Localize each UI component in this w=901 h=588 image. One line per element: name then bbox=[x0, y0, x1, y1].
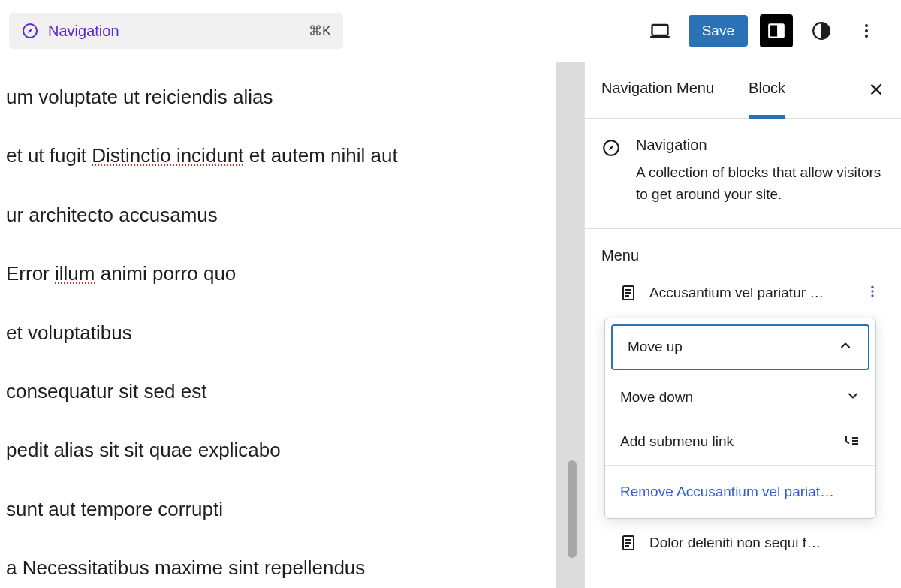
page-icon bbox=[619, 534, 637, 552]
editor-canvas[interactable]: um voluptate ut reiciendis alias et ut f… bbox=[0, 62, 584, 588]
nav-link[interactable]: ur architecto accusamus bbox=[0, 201, 556, 228]
menu-item-popup: Move up Move down Add submenu link Remov… bbox=[604, 318, 876, 519]
nav-link[interactable]: consequatur sit sed est bbox=[0, 378, 556, 405]
device-preview-button[interactable] bbox=[643, 14, 677, 47]
submenu-icon bbox=[842, 431, 860, 453]
menu-item[interactable]: Dolor deleniti non sequi f… bbox=[601, 529, 884, 556]
tab-navigation-menu[interactable]: Navigation Menu bbox=[601, 62, 714, 119]
chevron-down-icon bbox=[845, 388, 860, 407]
svg-point-10 bbox=[871, 285, 873, 288]
svg-rect-3 bbox=[777, 24, 784, 37]
block-breadcrumb[interactable]: Navigation ⌘K bbox=[9, 13, 343, 49]
save-button[interactable]: Save bbox=[689, 15, 748, 47]
nav-link[interactable]: pedit alias sit sit quae explicabo bbox=[0, 436, 556, 463]
nav-link[interactable]: um voluptate ut reiciendis alias bbox=[0, 83, 556, 110]
page-icon bbox=[619, 284, 637, 302]
remove-item-button[interactable]: Remove Accusantium vel pariat… bbox=[605, 466, 875, 518]
nav-link[interactable]: et ut fugit Distinctio incidunt et autem… bbox=[0, 142, 556, 169]
svg-rect-1 bbox=[652, 25, 667, 35]
block-title: Navigation bbox=[636, 137, 884, 154]
svg-point-7 bbox=[865, 35, 868, 38]
settings-panel-toggle[interactable] bbox=[760, 14, 793, 47]
block-name-label: Navigation bbox=[48, 23, 300, 40]
sidebar-tabs: Navigation Menu Block bbox=[585, 62, 901, 119]
svg-point-12 bbox=[871, 294, 873, 297]
navigation-icon bbox=[601, 138, 621, 206]
keyboard-shortcut: ⌘K bbox=[309, 23, 331, 39]
menu-panel: Menu Accusantium vel pariatur … Move up … bbox=[585, 229, 901, 556]
menu-item-options-button[interactable] bbox=[860, 284, 884, 303]
nav-link[interactable]: a Necessitatibus maxime sint repellendus bbox=[0, 554, 556, 581]
styles-button[interactable] bbox=[805, 14, 838, 47]
menu-item-label: Accusantium vel pariatur … bbox=[649, 285, 848, 301]
document-content[interactable]: um voluptate ut reiciendis alias et ut f… bbox=[0, 62, 556, 588]
navigation-icon bbox=[21, 22, 39, 40]
add-submenu-button[interactable]: Add submenu link bbox=[605, 419, 875, 465]
tab-block[interactable]: Block bbox=[749, 62, 785, 119]
block-description: Navigation A collection of blocks that a… bbox=[585, 119, 901, 229]
scrollbar-thumb[interactable] bbox=[568, 460, 577, 558]
nav-link[interactable]: et voluptatibus bbox=[0, 319, 556, 346]
toolbar-right: Save bbox=[643, 14, 883, 47]
menu-item[interactable]: Accusantium vel pariatur … bbox=[601, 279, 884, 307]
main-content: um voluptate ut reiciendis alias et ut f… bbox=[0, 62, 901, 588]
settings-sidebar: Navigation Menu Block Navigation A colle… bbox=[584, 62, 901, 588]
nav-link[interactable]: Error illum animi porro quo bbox=[0, 260, 556, 287]
chevron-up-icon bbox=[838, 338, 853, 357]
more-options-button[interactable] bbox=[850, 14, 883, 47]
nav-link[interactable]: sunt aut tempore corrupti bbox=[0, 496, 556, 523]
move-down-button[interactable]: Move down bbox=[605, 376, 875, 419]
svg-point-5 bbox=[865, 24, 868, 27]
block-description-text: A collection of blocks that allow visito… bbox=[636, 161, 884, 206]
top-toolbar: Navigation ⌘K Save bbox=[0, 0, 901, 62]
menu-heading: Menu bbox=[601, 247, 884, 264]
move-up-button[interactable]: Move up bbox=[611, 324, 869, 370]
svg-point-11 bbox=[871, 290, 873, 292]
close-sidebar-button[interactable] bbox=[868, 81, 884, 100]
svg-point-6 bbox=[865, 29, 868, 32]
menu-item-label: Dolor deleniti non sequi f… bbox=[649, 535, 884, 551]
